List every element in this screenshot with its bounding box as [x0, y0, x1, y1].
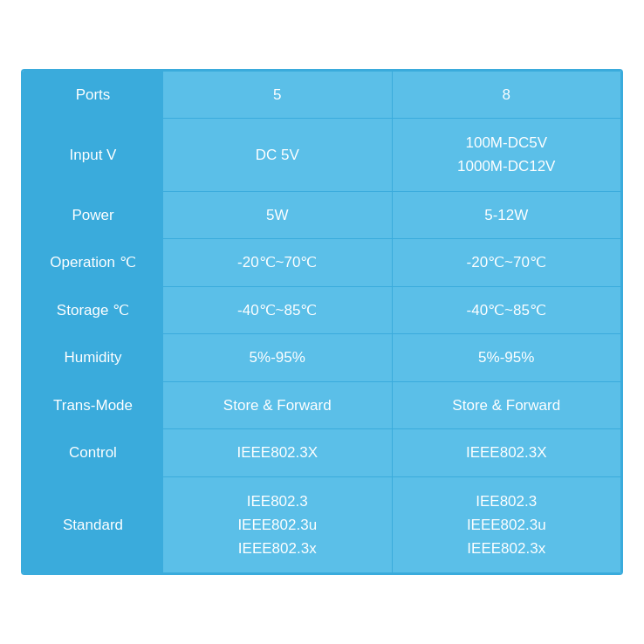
row-col2: 8 — [392, 71, 621, 119]
row-label: Ports — [24, 71, 163, 119]
table-row: Power5W5-12W — [24, 191, 621, 239]
spec-table-wrapper: Ports58Input VDC 5V100M-DC5V1000M-DC12VP… — [21, 69, 623, 575]
row-col1: 5W — [163, 191, 393, 239]
table-row: Trans-ModeStore & ForwardStore & Forward — [24, 381, 621, 429]
row-label: Input V — [24, 119, 163, 191]
table-row: Ports58 — [24, 71, 621, 119]
row-col1: Store & Forward — [163, 381, 393, 429]
row-label: Control — [24, 429, 163, 477]
row-label: Power — [24, 191, 163, 239]
row-col1: -40℃~85℃ — [163, 286, 393, 334]
table-row: Input VDC 5V100M-DC5V1000M-DC12V — [24, 119, 621, 191]
row-col1: 5 — [163, 71, 393, 119]
row-label: Humidity — [24, 334, 163, 382]
row-col2: Store & Forward — [392, 381, 621, 429]
row-col2: 100M-DC5V1000M-DC12V — [392, 119, 621, 191]
table-row: ControlIEEE802.3XIEEE802.3X — [24, 429, 621, 477]
row-label: Operation ℃ — [24, 239, 163, 287]
table-row: Storage ℃-40℃~85℃-40℃~85℃ — [24, 286, 621, 334]
row-label: Trans-Mode — [24, 381, 163, 429]
row-col1: IEEE802.3X — [163, 429, 393, 477]
table-row: Humidity5%-95%5%-95% — [24, 334, 621, 382]
row-label: Storage ℃ — [24, 286, 163, 334]
row-col2: IEE802.3IEEE802.3uIEEE802.3x — [392, 476, 621, 573]
row-label: Standard — [24, 476, 163, 573]
row-col2: -40℃~85℃ — [392, 286, 621, 334]
row-col2: 5%-95% — [392, 334, 621, 382]
row-col2: -20℃~70℃ — [392, 239, 621, 287]
table-row: StandardIEE802.3IEEE802.3uIEEE802.3xIEE8… — [24, 476, 621, 573]
row-col1: 5%-95% — [163, 334, 393, 382]
row-col1: IEE802.3IEEE802.3uIEEE802.3x — [163, 476, 393, 573]
row-col1: DC 5V — [163, 119, 393, 191]
row-col1: -20℃~70℃ — [163, 239, 393, 287]
table-row: Operation ℃-20℃~70℃-20℃~70℃ — [24, 239, 621, 287]
row-col2: 5-12W — [392, 191, 621, 239]
spec-table: Ports58Input VDC 5V100M-DC5V1000M-DC12VP… — [23, 71, 621, 573]
row-col2: IEEE802.3X — [392, 429, 621, 477]
